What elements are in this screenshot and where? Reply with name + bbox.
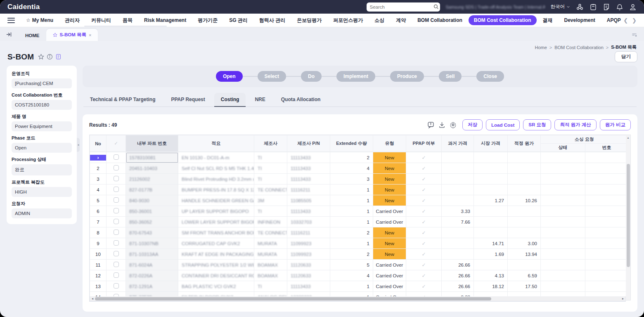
cell-manufacturer-pn[interactable]: 11113433 [287, 206, 330, 217]
cell-no[interactable]: 6 [90, 206, 107, 217]
tab-home[interactable]: HOME [19, 30, 46, 41]
cell-type[interactable]: Carried Over [373, 260, 406, 270]
cell-sourcing-status[interactable] [541, 292, 585, 297]
cell-description[interactable]: SM FRONT TRANS ANCHOR BODY GVK2 [178, 227, 254, 238]
cell-market-price[interactable] [474, 260, 508, 270]
cell-past-price[interactable] [442, 249, 474, 260]
cell-target-cost[interactable]: 10.26 [508, 195, 541, 206]
cell-internal-part[interactable]: 1578310081 [126, 152, 178, 163]
cell-sourcing-number[interactable] [585, 174, 626, 185]
cell-description[interactable]: UP LAYER SUPPORT BIGOPO [178, 206, 254, 217]
cell-extended-qty[interactable]: 5 [330, 260, 373, 270]
cell-internal-part[interactable]: 840-9030 [126, 195, 178, 206]
cell-market-price[interactable] [474, 152, 508, 163]
cell-no[interactable]: › [90, 152, 107, 163]
cell-manufacturer[interactable]: TI [254, 281, 287, 292]
scroll-up-icon[interactable]: ▲ [626, 136, 630, 139]
cell-extended-qty[interactable]: 1 [330, 281, 373, 292]
cell-manufacturer-pn[interactable]: 11085505 [287, 195, 330, 206]
table-row[interactable]: ›1578310081EN 10130 - DC01-A-mTI11113433… [90, 152, 626, 163]
horizontal-scrollbar[interactable]: ◂ ▸ [90, 296, 626, 301]
cell-past-price[interactable]: 26.66 [442, 281, 474, 292]
row-checkbox[interactable] [114, 187, 119, 192]
cell-ppap[interactable]: ✓ [406, 185, 442, 195]
info-icon[interactable] [47, 54, 53, 60]
toolbar-button-3[interactable]: 최적 원가 계산 [554, 119, 596, 130]
cell-sourcing-number[interactable] [585, 238, 626, 249]
cell-extended-qty[interactable]: 1 [330, 238, 373, 249]
cell-ppap[interactable]: ✓ [406, 270, 442, 281]
cell-checkbox[interactable] [107, 163, 126, 174]
cell-description[interactable]: LOWER LAYER SUPPORT BIGOPO [178, 217, 254, 227]
cell-type[interactable]: Carried Over [373, 217, 406, 227]
menu-item-8[interactable]: 퍼포먼스평가 [328, 15, 368, 26]
cell-checkbox[interactable] [107, 249, 126, 260]
cell-no[interactable]: 5 [90, 195, 107, 206]
menu-item-10[interactable]: 계약 [391, 15, 411, 26]
menu-item-2[interactable]: 품목 [117, 15, 138, 26]
cell-checkbox[interactable] [107, 152, 126, 163]
toolbar-button-0[interactable]: 저장 [462, 119, 483, 130]
step-implement[interactable]: Implement [336, 71, 375, 82]
cell-manufacturer[interactable]: BOAMAX [254, 260, 287, 270]
cell-description[interactable]: BAG PLASTIC VCI GVK2 [178, 281, 254, 292]
grid-header[interactable]: No ✓ 내부 파트 번호 적요 제조사 제조사 P/N Extended 수량… [90, 135, 628, 152]
tab-sbom-list[interactable]: S-BOM 목록 × [46, 29, 98, 41]
cell-target-cost[interactable]: 17.50 [508, 281, 541, 292]
cell-ppap[interactable]: ✓ [406, 152, 442, 163]
cell-sourcing-number[interactable] [585, 195, 626, 206]
cell-description[interactable]: HANDLE SCHNEIDER GREEN GALAXY VN [178, 195, 254, 206]
cell-target-cost[interactable] [508, 227, 541, 238]
cell-sourcing-number[interactable] [585, 227, 626, 238]
cell-sourcing-status[interactable] [541, 217, 585, 227]
cell-type[interactable]: Carried Over [373, 206, 406, 217]
cell-no[interactable]: 3 [90, 174, 107, 185]
table-row[interactable]: 5840-9030HANDLE SCHNEIDER GREEN GALAXY V… [90, 195, 626, 206]
table-row[interactable]: 10871-10313AAKRAFT AT EDGE IN PACKAGING … [90, 249, 626, 260]
cell-description[interactable]: BUMPER PRESS-IN 17.8 SQ X 13.5 THK B [178, 185, 254, 195]
cell-sourcing-number[interactable] [585, 217, 626, 227]
cell-target-cost[interactable] [508, 152, 541, 163]
cell-target-cost[interactable]: 3.00 [508, 238, 541, 249]
cell-manufacturer-pn[interactable]: 11113433 [287, 163, 330, 174]
menu-scroll-left-icon[interactable]: ❮ [623, 17, 628, 24]
row-checkbox[interactable] [114, 165, 119, 170]
cell-internal-part[interactable]: 21126002 [126, 174, 178, 185]
cell-sourcing-status[interactable] [541, 195, 585, 206]
cell-sourcing-number[interactable] [585, 185, 626, 195]
table-row[interactable]: 8870-67543SM FRONT TRANS ANCHOR BODY GVK… [90, 227, 626, 238]
breadcrumb-module[interactable]: BOM Cost Collaboration [554, 45, 604, 50]
cell-sourcing-status[interactable] [541, 270, 585, 281]
cell-type[interactable]: New [373, 152, 406, 163]
cell-past-price[interactable] [442, 163, 474, 174]
cell-ppap[interactable]: ✓ [406, 281, 442, 292]
cell-internal-part[interactable]: 827-0177B [126, 185, 178, 195]
cell-extended-qty[interactable]: 2 [330, 249, 373, 260]
menu-item-9[interactable]: 소싱 [369, 15, 390, 26]
toolbar-button-2[interactable]: SR 요청 [523, 119, 551, 130]
cell-checkbox[interactable] [107, 281, 126, 292]
cell-manufacturer-pn[interactable]: 11099923 [287, 238, 330, 249]
cell-sourcing-number[interactable] [585, 249, 626, 260]
menu-item-12[interactable]: BOM Cost Collaboration [469, 15, 537, 25]
table-row[interactable]: 220451-10403Self Cl Nut SCL RD S M5 THK … [90, 163, 626, 174]
cell-extended-qty[interactable]: 1 [330, 292, 373, 297]
menu-item-14[interactable]: Development [559, 15, 601, 25]
cell-target-cost[interactable] [508, 260, 541, 270]
settings-gear-icon[interactable] [450, 121, 457, 128]
table-row[interactable]: 12872-0226ACONTAINER DRI DESICCANT ROHSB… [90, 270, 626, 281]
menu-item-0[interactable]: 관리자 [59, 15, 85, 26]
cell-sourcing-number[interactable] [585, 260, 626, 270]
cell-extended-qty[interactable]: 1 [330, 195, 373, 206]
tooltip-info-icon[interactable] [427, 121, 434, 128]
cell-market-price[interactable]: 18.12 [474, 281, 508, 292]
cell-market-price[interactable] [474, 292, 508, 297]
cell-sourcing-number[interactable] [585, 152, 626, 163]
close-page-button[interactable]: 닫기 [615, 51, 637, 62]
row-checkbox[interactable] [114, 197, 119, 203]
cell-manufacturer-pn[interactable]: 11113433 [287, 152, 330, 163]
cell-description[interactable]: FILTER IN DOOR GVK2 [178, 292, 254, 297]
cell-sourcing-status[interactable] [541, 152, 585, 163]
cell-sourcing-status[interactable] [541, 238, 585, 249]
cell-checkbox[interactable] [107, 227, 126, 238]
